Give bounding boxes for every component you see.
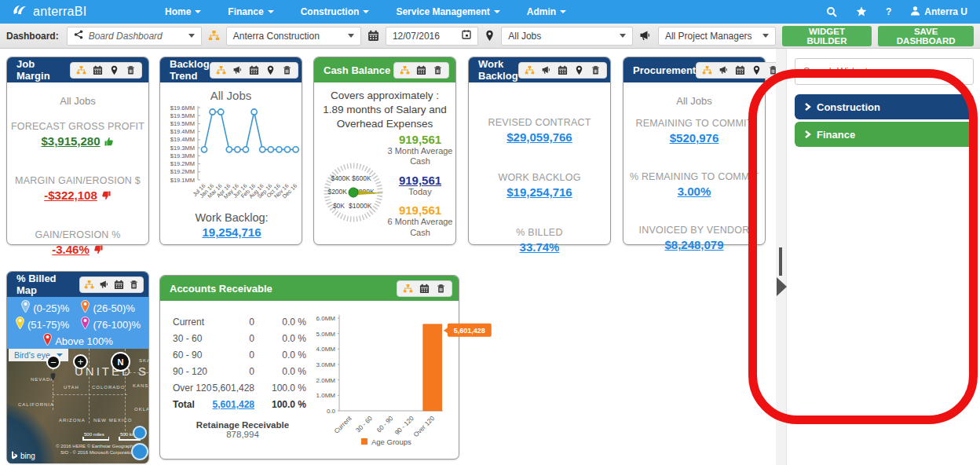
selected-jobs: All Jobs bbox=[508, 31, 541, 42]
location-pin-icon[interactable] bbox=[265, 65, 276, 75]
sidebar-collapse-arrow[interactable] bbox=[777, 277, 787, 296]
calendar-icon[interactable] bbox=[249, 65, 259, 75]
cash-3mo-value: 919,561 bbox=[386, 133, 454, 146]
sitemap-icon[interactable] bbox=[400, 65, 410, 75]
sitemap-icon[interactable] bbox=[216, 65, 226, 75]
widget-actions bbox=[393, 62, 449, 79]
widget-sidebar: Construction Finance bbox=[787, 49, 980, 465]
chevron-down-icon bbox=[188, 34, 195, 38]
widget-search-input[interactable] bbox=[795, 58, 974, 85]
chevron-down-icon bbox=[268, 10, 274, 13]
state-border bbox=[53, 394, 127, 395]
date-field[interactable]: 12/07/2016 bbox=[386, 27, 478, 46]
megaphone-icon[interactable] bbox=[541, 65, 551, 75]
zoom-out-button[interactable]: − bbox=[46, 355, 60, 369]
widget-builder-button[interactable]: WIDGET BUILDER bbox=[782, 26, 872, 46]
trash-icon[interactable] bbox=[433, 65, 443, 75]
calendar-icon[interactable] bbox=[416, 65, 426, 75]
widget-work-backlog: Work Backlog REVISED CONTRACT $29,059,76… bbox=[468, 57, 611, 245]
location-pin-icon[interactable] bbox=[751, 65, 762, 75]
sitemap-icon[interactable] bbox=[76, 65, 86, 75]
widget-title: Cash Balance bbox=[324, 64, 390, 76]
cash-today-value[interactable]: 919,561 bbox=[386, 174, 454, 187]
map-locate-button[interactable] bbox=[131, 443, 148, 460]
thumbs-down-icon bbox=[101, 190, 112, 204]
menu-service-management[interactable]: Service Management bbox=[396, 6, 499, 17]
widget-actions bbox=[696, 62, 784, 79]
widget-subtitle: All Jobs bbox=[623, 95, 765, 107]
search-icon[interactable] bbox=[826, 6, 837, 17]
date-picker-icon[interactable] bbox=[462, 30, 471, 42]
calendar-icon[interactable] bbox=[419, 284, 430, 294]
svg-text:2.0MM: 2.0MM bbox=[316, 377, 336, 384]
metric-value-link[interactable]: -3.46% bbox=[52, 243, 90, 256]
calendar-icon[interactable] bbox=[735, 65, 745, 75]
thumbs-down-icon bbox=[93, 244, 104, 258]
user-icon bbox=[910, 5, 920, 18]
metric-value-link[interactable]: $520,976 bbox=[623, 131, 765, 145]
widget-title: Job Margin bbox=[16, 58, 70, 82]
trash-icon[interactable] bbox=[591, 65, 601, 75]
menu-home[interactable]: Home bbox=[165, 6, 201, 17]
metric-value-link[interactable]: -$322,108 bbox=[44, 189, 97, 202]
chart-title: All Jobs bbox=[160, 89, 302, 102]
user-menu[interactable]: Anterra U bbox=[910, 5, 967, 18]
svg-text:$1000K: $1000K bbox=[349, 202, 372, 210]
company-select[interactable]: Anterra Construction bbox=[226, 27, 361, 46]
bing-map[interactable]: UNITED S NEVADA UTAH COLORADO KANSAS CAL… bbox=[7, 349, 148, 463]
svg-text:Over 120: Over 120 bbox=[412, 415, 436, 438]
dashboard-select[interactable]: Board Dashboard bbox=[67, 27, 202, 46]
bing-logo: bing bbox=[11, 451, 35, 460]
work-backlog-value-link[interactable]: 19,254,716 bbox=[160, 225, 303, 239]
accordion-construction[interactable]: Construction bbox=[795, 94, 974, 119]
megaphone-icon bbox=[639, 30, 652, 42]
date-value: 12/07/2016 bbox=[393, 31, 440, 42]
sitemap-icon[interactable] bbox=[525, 65, 535, 75]
menu-finance[interactable]: Finance bbox=[228, 6, 273, 17]
metric-value-link[interactable]: $29,059,766 bbox=[469, 130, 610, 144]
map-pin-icon bbox=[80, 300, 90, 316]
project-managers-select[interactable]: All Project Managers bbox=[658, 27, 776, 46]
save-dashboard-button[interactable]: SAVE DASHBOARD bbox=[878, 26, 974, 46]
help-icon[interactable]: ? bbox=[886, 6, 891, 17]
location-pin-icon[interactable] bbox=[109, 65, 119, 75]
ar-total-link[interactable]: 5,601,428 bbox=[213, 399, 254, 410]
menu-construction[interactable]: Construction bbox=[301, 6, 370, 17]
map-style-button[interactable] bbox=[133, 426, 147, 440]
app-logo[interactable]: anterraBI bbox=[0, 3, 165, 20]
state-label: UTAH bbox=[64, 385, 79, 390]
sitemap-icon[interactable] bbox=[702, 65, 712, 75]
metric-value-link[interactable]: $3,915,280 bbox=[41, 134, 100, 148]
trash-icon[interactable] bbox=[282, 65, 292, 75]
legend-label: Above 100% bbox=[55, 335, 113, 347]
metric-value-link[interactable]: $8,248,079 bbox=[623, 238, 765, 251]
metric-label: REVISED CONTRACT bbox=[469, 117, 610, 128]
trash-icon[interactable] bbox=[436, 284, 446, 294]
compass-button[interactable]: N bbox=[111, 352, 130, 372]
dropped-pin-icon bbox=[49, 371, 57, 385]
trash-icon[interactable] bbox=[129, 280, 139, 290]
metric-value-link[interactable]: 33.74% bbox=[469, 240, 610, 254]
state-border bbox=[89, 349, 90, 423]
sitemap-icon[interactable] bbox=[84, 280, 94, 290]
megaphone-icon[interactable] bbox=[719, 65, 729, 75]
megaphone-icon[interactable] bbox=[232, 65, 243, 75]
megaphone-icon[interactable] bbox=[99, 280, 109, 290]
calendar-icon[interactable] bbox=[114, 280, 124, 290]
calendar-icon[interactable] bbox=[558, 65, 568, 75]
favorites-star-icon[interactable] bbox=[856, 6, 867, 17]
dashboard-label: Dashboard: bbox=[6, 31, 59, 42]
zoom-in-button[interactable]: + bbox=[73, 354, 88, 369]
widget-cash-balance: Cash Balance Covers approximately : 1.89… bbox=[313, 57, 456, 245]
metric-value-link[interactable]: 3.00% bbox=[623, 185, 765, 198]
sitemap-icon[interactable] bbox=[403, 284, 413, 294]
sidebar-resize-handle[interactable] bbox=[779, 247, 782, 276]
location-pin-icon[interactable] bbox=[574, 65, 584, 75]
svg-text:$19.3MM: $19.3MM bbox=[170, 145, 195, 152]
menu-admin[interactable]: Admin bbox=[527, 6, 566, 17]
accordion-finance[interactable]: Finance bbox=[795, 122, 974, 147]
metric-value-link[interactable]: $19,254,716 bbox=[469, 185, 610, 199]
jobs-select[interactable]: All Jobs bbox=[501, 27, 633, 46]
calendar-icon[interactable] bbox=[93, 65, 103, 75]
trash-icon[interactable] bbox=[126, 65, 136, 75]
